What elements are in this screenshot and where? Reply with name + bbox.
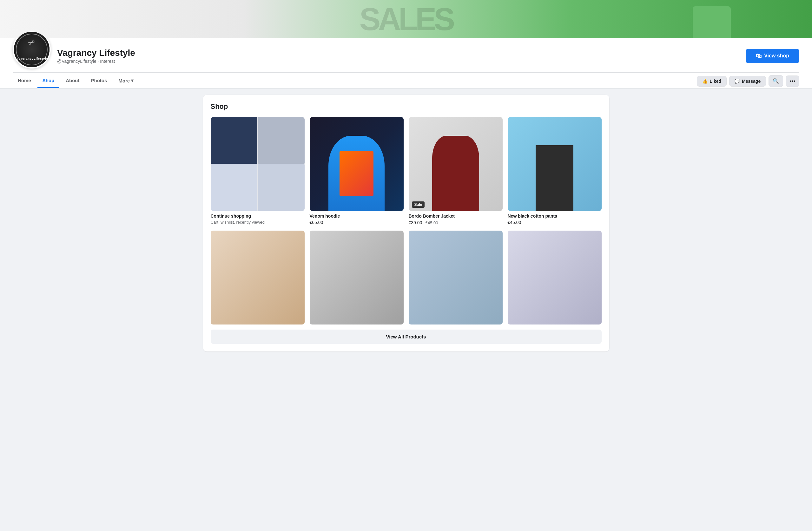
product-image-venom [310,117,404,211]
profile-name: Vagrancy Lifestyle [57,48,739,58]
product-name-bomber: Bordo Bomber Jacket [409,213,503,219]
profile-section: ✂ @VagrancyLifestyle Vagrancy Lifestyle … [0,38,812,89]
product-card-bomber[interactable]: Sale Bordo Bomber Jacket €39.00 €45.00 [409,117,503,225]
ellipsis-icon: ••• [790,78,795,84]
product-price-bomber: €39.00 €45.00 [409,220,503,225]
nav-item-home[interactable]: Home [13,74,36,88]
chevron-down-icon: ▾ [131,78,134,84]
product-card-venom[interactable]: Venom hoodie €65.00 [310,117,404,225]
bottom-thumb-1[interactable] [211,231,305,325]
mini-thumb-4 [258,164,305,211]
liked-button[interactable]: 👍 Liked [697,76,727,87]
product-image-pants [508,117,601,211]
bomber-figure [432,136,479,211]
product-name-continue: Continue shopping [211,213,305,219]
search-button[interactable]: 🔍 [769,75,783,87]
product-price-pants: €45.00 [508,220,601,225]
mini-thumb-2 [258,117,305,164]
bottom-thumb-4[interactable] [508,231,601,325]
main-content: Shop Continue shopping Cart, wishlist, r… [190,89,622,358]
bottom-row-thumbnails [211,231,601,325]
avatar: ✂ @VagrancyLifestyle [13,30,51,69]
view-shop-button[interactable]: 🛍 View shop [746,49,799,63]
product-image-bomber: Sale [409,117,503,211]
messenger-icon: 💬 [735,79,740,84]
thumbs-up-icon: 👍 [702,79,708,84]
more-options-button[interactable]: ••• [786,75,799,87]
view-all-products-button[interactable]: View All Products [211,329,601,344]
mini-thumb-1 [211,117,257,164]
venom-figure [329,136,385,211]
page-nav: Home Shop About Photos More ▾ 👍 Liked 💬 … [13,72,799,88]
product-image-continue [211,117,305,211]
product-card-pants[interactable]: New black cotton pants €45.00 [508,117,601,225]
product-price-venom: €65.00 [310,220,404,225]
bottom-thumb-2[interactable] [310,231,404,325]
shop-title: Shop [211,102,601,111]
cover-photo: SALES [0,0,812,38]
sale-badge: Sale [412,202,425,208]
nav-item-about[interactable]: About [61,74,84,88]
shop-icon: 🛍 [756,53,762,59]
nav-right: 👍 Liked 💬 Message 🔍 ••• [697,75,799,87]
product-name-venom: Venom hoodie [310,213,404,219]
nav-left: Home Shop About Photos More ▾ [13,74,139,88]
products-grid: Continue shopping Cart, wishlist, recent… [211,117,601,225]
nav-item-more[interactable]: More ▾ [113,74,139,88]
nav-item-shop[interactable]: Shop [38,74,60,88]
product-price-sale-bomber: €39.00 [409,220,422,225]
bottom-thumb-3[interactable] [409,231,503,325]
avatar-brand-text: @VagrancyLifestyle [15,57,48,60]
profile-info: Vagrancy Lifestyle @VagrancyLifestyle · … [57,48,739,64]
nav-item-photos[interactable]: Photos [86,74,112,88]
message-button[interactable]: 💬 Message [729,76,766,87]
product-card-continue[interactable]: Continue shopping Cart, wishlist, recent… [211,117,305,225]
product-price-original-bomber: €45.00 [425,220,438,225]
product-subtitle-continue: Cart, wishlist, recently viewed [211,220,305,225]
product-name-pants: New black cotton pants [508,213,601,219]
mini-thumb-3 [211,164,257,211]
profile-handle: @VagrancyLifestyle · Interest [57,59,739,64]
search-icon: 🔍 [773,78,779,84]
pants-figure [536,145,573,211]
shop-section: Shop Continue shopping Cart, wishlist, r… [203,95,609,352]
